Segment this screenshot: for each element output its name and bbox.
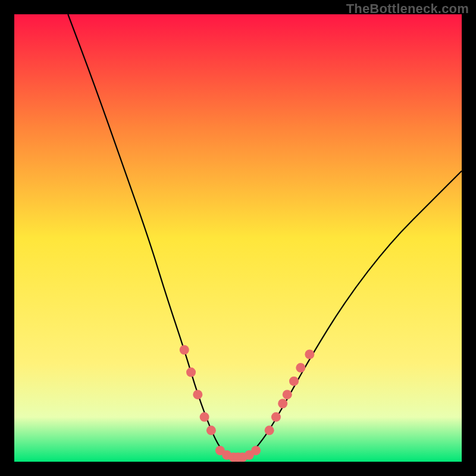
left-dot (180, 345, 189, 355)
right-dot (265, 425, 274, 435)
left-dot (193, 390, 202, 399)
chart-frame: TheBottleneck.com (0, 0, 476, 476)
bottleneck-chart (14, 14, 462, 462)
gradient-background (14, 14, 462, 462)
floor-dot (251, 446, 261, 455)
right-dot (305, 350, 314, 359)
right-dot (271, 412, 281, 422)
left-dot (200, 412, 209, 422)
right-dot (278, 399, 287, 408)
right-dot (296, 363, 305, 372)
left-dot (186, 368, 196, 377)
right-dot (283, 390, 292, 399)
right-dot (289, 377, 299, 386)
left-dot (206, 425, 216, 435)
